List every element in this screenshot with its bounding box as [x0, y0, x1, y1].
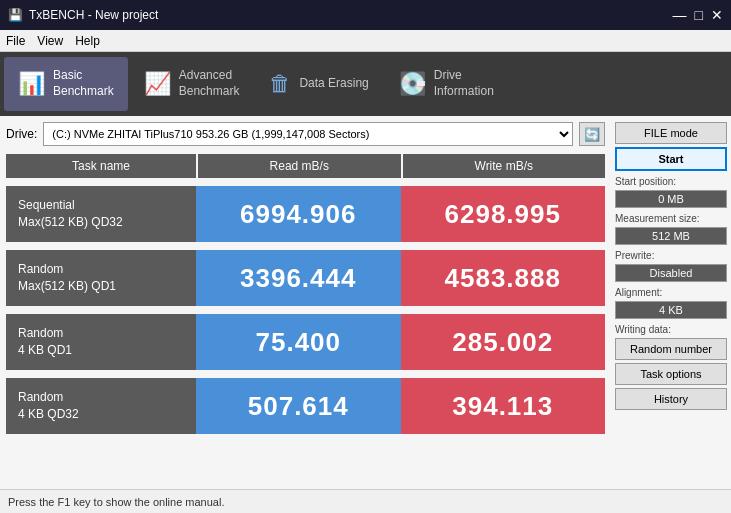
- table-row: Random4 KB QD1 75.400 285.002: [6, 314, 605, 370]
- start-button[interactable]: Start: [615, 147, 727, 171]
- col-header-read: Read mB/s: [198, 154, 401, 178]
- row-3-write: 394.113: [401, 378, 606, 434]
- row-0-name: SequentialMax(512 KB) QD32: [6, 186, 196, 242]
- menu-view[interactable]: View: [37, 34, 63, 48]
- title-bar: 💾 TxBENCH - New project — □ ✕: [0, 0, 731, 30]
- prewrite-value: Disabled: [615, 264, 727, 282]
- tab-data-erasing[interactable]: 🗑 Data Erasing: [255, 57, 382, 111]
- menu-file[interactable]: File: [6, 34, 25, 48]
- toolbar: 📊 BasicBenchmark 📈 AdvancedBenchmark 🗑 D…: [0, 52, 731, 116]
- row-3-read: 507.614: [196, 378, 401, 434]
- data-erasing-icon: 🗑: [269, 71, 291, 97]
- status-bar: Press the F1 key to show the online manu…: [0, 489, 731, 513]
- drive-row: Drive: (C:) NVMe ZHITAI TiPlus710 953.26…: [6, 122, 605, 146]
- history-button[interactable]: History: [615, 388, 727, 410]
- window-title: TxBENCH - New project: [29, 8, 158, 22]
- status-text: Press the F1 key to show the online manu…: [8, 496, 224, 508]
- close-button[interactable]: ✕: [711, 7, 723, 23]
- alignment-label: Alignment:: [615, 287, 727, 298]
- prewrite-label: Prewrite:: [615, 250, 727, 261]
- right-panel: FILE mode Start Start position: 0 MB Mea…: [611, 116, 731, 489]
- alignment-value: 4 KB: [615, 301, 727, 319]
- measurement-size-value: 512 MB: [615, 227, 727, 245]
- table-row: Random4 KB QD32 507.614 394.113: [6, 378, 605, 434]
- start-position-value: 0 MB: [615, 190, 727, 208]
- start-position-label: Start position:: [615, 176, 727, 187]
- row-1-write: 4583.888: [401, 250, 606, 306]
- advanced-benchmark-icon: 📈: [144, 71, 171, 97]
- left-panel: Drive: (C:) NVMe ZHITAI TiPlus710 953.26…: [0, 116, 611, 489]
- tab-drive-information[interactable]: 💽 DriveInformation: [385, 57, 508, 111]
- measurement-size-label: Measurement size:: [615, 213, 727, 224]
- app-icon: 💾: [8, 8, 23, 22]
- file-mode-button[interactable]: FILE mode: [615, 122, 727, 144]
- main-area: Drive: (C:) NVMe ZHITAI TiPlus710 953.26…: [0, 116, 731, 489]
- tab-advanced-label: AdvancedBenchmark: [179, 68, 240, 99]
- row-1-name: RandomMax(512 KB) QD1: [6, 250, 196, 306]
- table-row: SequentialMax(512 KB) QD32 6994.906 6298…: [6, 186, 605, 242]
- row-0-read: 6994.906: [196, 186, 401, 242]
- drive-information-icon: 💽: [399, 71, 426, 97]
- row-0-write: 6298.995: [401, 186, 606, 242]
- drive-refresh-button[interactable]: 🔄: [579, 122, 605, 146]
- table-row: RandomMax(512 KB) QD1 3396.444 4583.888: [6, 250, 605, 306]
- row-2-read: 75.400: [196, 314, 401, 370]
- drive-label: Drive:: [6, 127, 37, 141]
- tab-basic-label: BasicBenchmark: [53, 68, 114, 99]
- drive-select[interactable]: (C:) NVMe ZHITAI TiPlus710 953.26 GB (1,…: [43, 122, 573, 146]
- table-header-row: Task name Read mB/s Write mB/s: [6, 154, 605, 178]
- tab-erasing-label: Data Erasing: [299, 76, 368, 92]
- tab-advanced-benchmark[interactable]: 📈 AdvancedBenchmark: [130, 57, 254, 111]
- maximize-button[interactable]: □: [695, 7, 703, 23]
- minimize-button[interactable]: —: [673, 7, 687, 23]
- row-1-read: 3396.444: [196, 250, 401, 306]
- menu-help[interactable]: Help: [75, 34, 100, 48]
- basic-benchmark-icon: 📊: [18, 71, 45, 97]
- menu-bar: File View Help: [0, 30, 731, 52]
- col-header-write: Write mB/s: [403, 154, 606, 178]
- col-header-task: Task name: [6, 154, 196, 178]
- tab-basic-benchmark[interactable]: 📊 BasicBenchmark: [4, 57, 128, 111]
- row-2-write: 285.002: [401, 314, 606, 370]
- title-bar-left: 💾 TxBENCH - New project: [8, 8, 158, 22]
- title-bar-controls: — □ ✕: [673, 7, 723, 23]
- writing-data-button[interactable]: Random number: [615, 338, 727, 360]
- row-2-name: Random4 KB QD1: [6, 314, 196, 370]
- tab-drive-label: DriveInformation: [434, 68, 494, 99]
- writing-data-label: Writing data:: [615, 324, 727, 335]
- row-3-name: Random4 KB QD32: [6, 378, 196, 434]
- task-options-button[interactable]: Task options: [615, 363, 727, 385]
